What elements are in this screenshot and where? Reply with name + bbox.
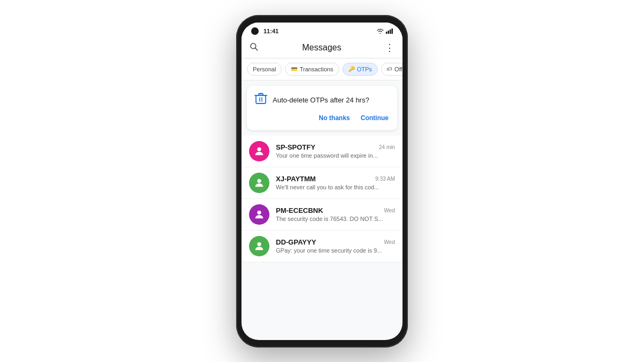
more-options-icon[interactable]: ⋮ [385, 42, 395, 54]
time-paytmm: 9:33 AM [375, 176, 395, 182]
otps-icon: 🔑 [348, 66, 355, 72]
message-item-gpayyy[interactable]: DD-GPAYYY Wed GPay: your one time securi… [241, 231, 402, 262]
tab-transactions[interactable]: 💳 Transactions [285, 63, 339, 76]
avatar-spotfy [249, 141, 269, 161]
tab-transactions-label: Transactions [299, 66, 333, 72]
tab-offers[interactable]: 🏷 Offers [381, 63, 402, 76]
svg-point-13 [257, 242, 261, 246]
banner-actions: No thanks Continue [254, 112, 390, 124]
avatar-gpayyy [249, 236, 269, 256]
time-gpayyy: Wed [384, 239, 395, 245]
offers-icon: 🏷 [387, 66, 392, 72]
tabs-row: Personal 💳 Transactions 🔑 OTPs 🏷 Offers [241, 58, 402, 80]
svg-rect-2 [390, 29, 391, 34]
continue-button[interactable]: Continue [360, 112, 390, 124]
transactions-icon: 💳 [291, 66, 297, 72]
status-icons [377, 28, 393, 34]
person-icon [253, 177, 265, 189]
signal-icon [386, 28, 393, 34]
auto-delete-icon [254, 92, 267, 108]
message-item-spotfy[interactable]: SP-SPOTFY 24 min Your one time password … [241, 136, 402, 167]
search-icon[interactable] [249, 42, 259, 54]
svg-rect-3 [392, 28, 393, 34]
status-bar: 11:41 [241, 23, 402, 38]
svg-point-10 [257, 147, 261, 151]
banner-text: Auto-delete OTPs after 24 hrs? [273, 96, 369, 104]
time-spotfy: 24 min [379, 144, 395, 150]
time-ececbnk: Wed [384, 208, 395, 213]
tab-otps-label: OTPs [357, 66, 372, 72]
message-item-ececbnk[interactable]: PM-ECECBNK Wed The security code is 7654… [241, 199, 402, 231]
phone-screen: 11:41 [241, 23, 402, 340]
svg-point-11 [257, 179, 261, 182]
message-header-ececbnk: PM-ECECBNK Wed [276, 206, 395, 215]
tab-otps[interactable]: 🔑 OTPs [342, 63, 378, 76]
message-content-spotfy: SP-SPOTFY 24 min Your one time password … [276, 143, 395, 159]
avatar-paytmm [249, 173, 269, 193]
wifi-icon [377, 28, 384, 34]
app-title: Messages [302, 43, 341, 53]
person-icon [253, 209, 265, 220]
tab-personal[interactable]: Personal [247, 63, 282, 76]
message-header-spotfy: SP-SPOTFY 24 min [276, 143, 395, 151]
no-thanks-button[interactable]: No thanks [318, 112, 351, 124]
message-item-paytmm[interactable]: XJ-PAYTMM 9:33 AM We'll never call you t… [241, 167, 402, 199]
message-header-gpayyy: DD-GPAYYY Wed [276, 238, 395, 246]
message-content-paytmm: XJ-PAYTMM 9:33 AM We'll never call you t… [276, 175, 395, 190]
tab-offers-label: Offers [394, 66, 402, 72]
message-header-paytmm: XJ-PAYTMM 9:33 AM [276, 175, 395, 183]
sender-spotfy: SP-SPOTFY [276, 143, 316, 151]
svg-rect-6 [256, 95, 266, 104]
preview-gpayyy: GPay: your one time security code is 9..… [276, 247, 395, 254]
tab-personal-label: Personal [253, 66, 276, 72]
avatar-ececbnk [249, 204, 269, 225]
phone-device: 11:41 [236, 15, 408, 348]
sender-paytmm: XJ-PAYTMM [276, 175, 316, 183]
status-time: 11:41 [264, 28, 279, 34]
preview-paytmm: We'll never call you to ask for this cod… [276, 184, 395, 190]
message-content-gpayyy: DD-GPAYYY Wed GPay: your one time securi… [276, 238, 395, 254]
auto-delete-banner: Auto-delete OTPs after 24 hrs? No thanks… [247, 86, 397, 130]
preview-spotfy: Your one time password will expire in... [276, 152, 395, 159]
svg-rect-1 [388, 31, 390, 34]
person-icon [253, 240, 265, 252]
svg-line-5 [255, 48, 258, 50]
svg-point-12 [257, 210, 261, 214]
preview-ececbnk: The security code is 76543. DO NOT S... [276, 216, 395, 222]
message-content-ececbnk: PM-ECECBNK Wed The security code is 7654… [276, 206, 395, 222]
sender-gpayyy: DD-GPAYYY [276, 238, 316, 246]
sender-ececbnk: PM-ECECBNK [276, 206, 323, 215]
banner-content: Auto-delete OTPs after 24 hrs? [254, 92, 390, 108]
person-icon [253, 145, 265, 157]
svg-rect-0 [386, 32, 387, 34]
camera-dot [251, 27, 259, 35]
top-bar: Messages ⋮ [241, 38, 402, 58]
messages-list: SP-SPOTFY 24 min Your one time password … [241, 136, 402, 262]
